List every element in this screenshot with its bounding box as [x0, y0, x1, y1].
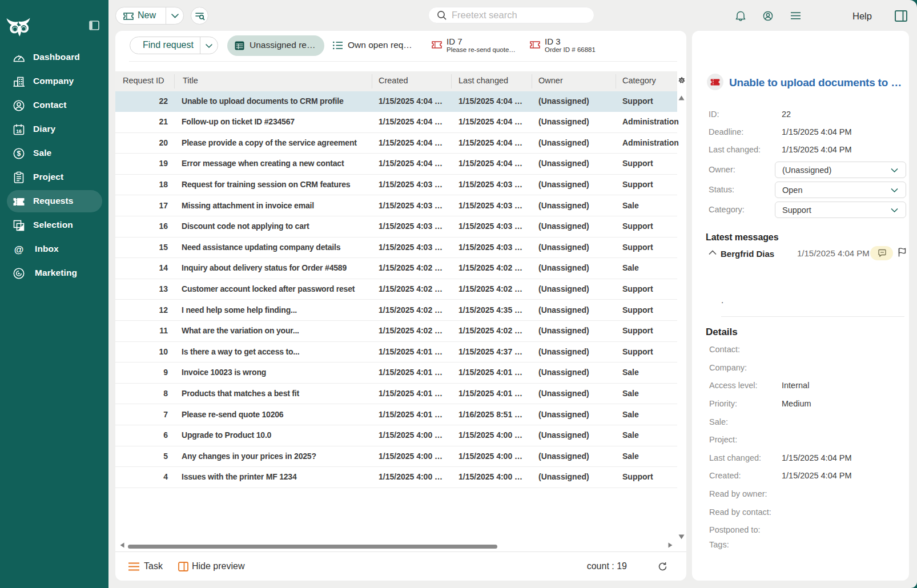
svg-text:$: $	[17, 150, 21, 158]
svg-text:16: 16	[16, 128, 22, 134]
svg-text:@: @	[14, 244, 24, 255]
